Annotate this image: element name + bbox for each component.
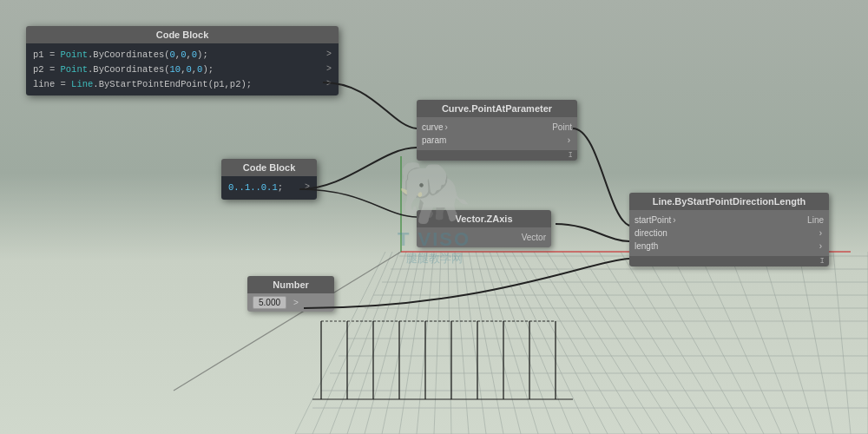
svg-line-6 — [434, 252, 441, 434]
vector-zaxis-title: Vector.ZAxis — [417, 210, 551, 227]
startpoint-arrow: › — [673, 215, 675, 225]
vector-row: Vector — [422, 231, 546, 244]
curve-point-at-param-node[interactable]: Curve.PointAtParameter curve › Point par… — [417, 100, 577, 161]
startpoint-label: startPoint — [635, 215, 671, 225]
node-footer-2: I — [629, 256, 829, 266]
vector-label: Vector — [522, 233, 546, 242]
code-line-1: p1 = Point.ByCoordinates(0,0,0); > — [33, 48, 332, 62]
code-out-arrow-3: > — [326, 77, 332, 91]
direction-row: direction › — [635, 227, 824, 240]
code-line-2: p2 = Point.ByCoordinates(10,0,0); > — [33, 62, 332, 77]
svg-line-12 — [483, 252, 538, 434]
svg-line-4 — [399, 252, 427, 434]
length-label: length — [635, 241, 658, 251]
svg-line-5 — [417, 252, 434, 434]
vector-zaxis-body: Vector — [417, 227, 551, 247]
svg-line-28 — [762, 252, 816, 434]
param-arrow: › — [568, 135, 570, 145]
node-footer-1: I — [417, 150, 577, 161]
svg-line-26 — [699, 252, 781, 434]
curve-row: curve › Point — [422, 121, 572, 134]
code-block-main[interactable]: Code Block p1 = Point.ByCoordinates(0,0,… — [26, 26, 339, 95]
direction-arrow: › — [819, 228, 822, 238]
curve-arrow: › — [444, 122, 447, 132]
code-text-1: p1 = Point.ByCoordinates(0,0,0); — [33, 48, 208, 62]
svg-line-14 — [496, 252, 573, 434]
code-block-main-title: Code Block — [26, 26, 339, 43]
svg-line-20 — [562, 252, 677, 434]
number-title: Number — [247, 276, 334, 293]
svg-line-13 — [490, 252, 556, 434]
code-block-small[interactable]: Code Block 0..1..0.1; > — [221, 159, 317, 200]
svg-line-19 — [547, 252, 660, 434]
line-by-start-dir-title: Line.ByStartPointDirectionLength — [629, 193, 829, 210]
code-line-3: line = Line.ByStartPointEndPoint(p1,p2);… — [33, 77, 332, 92]
curve-point-at-param-body: curve › Point param › — [417, 117, 577, 150]
svg-line-8 — [455, 252, 469, 434]
code-out-arrow-1: > — [326, 48, 332, 62]
line-by-start-dir-body: startPoint › Line direction › length › — [629, 210, 829, 256]
curve-label: curve — [422, 122, 443, 132]
code-small-arrow: > — [305, 181, 310, 194]
length-row: length › — [635, 240, 824, 253]
number-body: 5.000 > — [247, 293, 334, 312]
curve-point-at-param-title: Curve.PointAtParameter — [417, 100, 577, 117]
svg-line-29 — [799, 252, 833, 434]
code-block-small-body: 0..1..0.1; > — [221, 176, 317, 200]
vector-zaxis-node[interactable]: Vector.ZAxis Vector — [417, 210, 551, 247]
svg-line-7 — [448, 252, 451, 434]
param-row: param › — [422, 134, 572, 147]
code-block-main-body: p1 = Point.ByCoordinates(0,0,0); > p2 = … — [26, 43, 339, 95]
code-text-3: line = Line.ByStartPointEndPoint(p1,p2); — [33, 77, 252, 92]
svg-line-15 — [503, 252, 590, 434]
startpoint-row: startPoint › Line — [635, 214, 824, 227]
code-out-arrow-2: > — [326, 62, 332, 76]
code-block-small-title: Code Block — [221, 159, 317, 176]
svg-line-17 — [521, 252, 625, 434]
svg-line-27 — [729, 252, 799, 434]
code-small-line: 0..1..0.1; > — [228, 181, 310, 195]
svg-line-25 — [670, 252, 764, 434]
number-node[interactable]: Number 5.000 > — [247, 276, 334, 312]
number-value[interactable]: 5.000 — [253, 296, 286, 309]
line-by-start-dir-node[interactable]: Line.ByStartPointDirectionLength startPo… — [629, 193, 829, 266]
param-label: param — [422, 135, 446, 145]
svg-line-3 — [382, 252, 420, 434]
length-arrow: › — [819, 241, 822, 251]
point-label: Point — [552, 122, 572, 132]
number-arrow: > — [293, 298, 299, 307]
code-text-2: p2 = Point.ByCoordinates(10,0,0); — [33, 62, 214, 77]
svg-line-30 — [833, 252, 851, 434]
svg-line-18 — [534, 252, 642, 434]
code-small-text: 0..1..0.1; — [228, 181, 283, 195]
svg-line-22 — [599, 252, 712, 434]
line-label: Line — [807, 215, 824, 225]
svg-line-16 — [512, 252, 608, 434]
svg-line-24 — [644, 252, 746, 434]
direction-label: direction — [635, 228, 667, 238]
